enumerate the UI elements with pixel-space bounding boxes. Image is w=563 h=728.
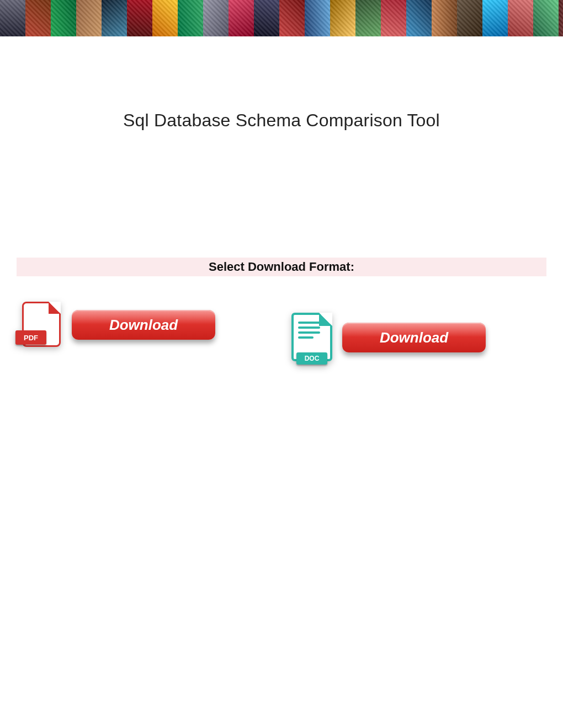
banner-tile (457, 0, 482, 36)
banner-tile (305, 0, 330, 36)
page-body: Sql Database Schema Comparison Tool Sele… (0, 110, 563, 365)
page-title: Sql Database Schema Comparison Tool (11, 110, 552, 131)
banner-tile (25, 0, 51, 36)
doc-file-icon: DOC (287, 311, 337, 365)
format-strip: Select Download Format: (17, 258, 546, 276)
banner-tile (508, 0, 533, 36)
pdf-badge: PDF (15, 330, 46, 345)
download-doc-button-label: Download (380, 329, 448, 346)
banner-tile (533, 0, 559, 36)
banner-tile (330, 0, 355, 36)
download-pdf-button-label: Download (109, 317, 178, 334)
banner-tile (432, 0, 457, 36)
download-row: PDF Download DOC Download (11, 298, 552, 365)
banner-tile (152, 0, 178, 36)
banner-tile (76, 0, 102, 36)
banner-tile (482, 0, 508, 36)
banner-tile (559, 0, 563, 36)
banner-tile (229, 0, 254, 36)
banner-tile (178, 0, 203, 36)
banner-tile (102, 0, 127, 36)
download-option-doc: DOC Download (287, 311, 486, 365)
download-doc-button[interactable]: Download (342, 323, 486, 352)
download-option-pdf: PDF Download (15, 298, 215, 351)
top-banner-collage (0, 0, 563, 38)
select-format-label: Select Download Format: (209, 260, 354, 274)
pdf-file-icon: PDF (15, 298, 66, 351)
doc-badge: DOC (296, 352, 327, 365)
banner-tile (406, 0, 432, 36)
banner-tile (279, 0, 305, 36)
banner-tile (355, 0, 381, 36)
banner-tile (51, 0, 76, 36)
download-pdf-button[interactable]: Download (72, 310, 215, 340)
banner-tile (254, 0, 279, 36)
banner-tile (127, 0, 152, 36)
banner-tile (381, 0, 406, 36)
banner-tile (203, 0, 229, 36)
banner-tile (0, 0, 25, 36)
